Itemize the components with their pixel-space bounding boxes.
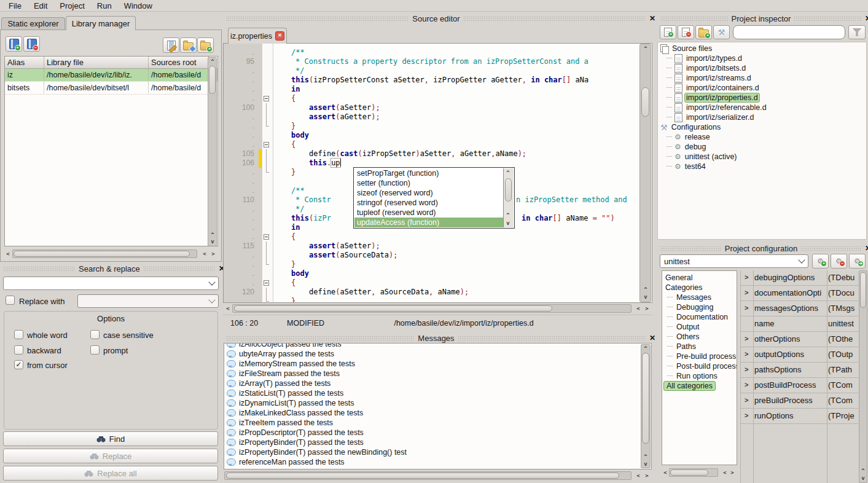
property-row-outputoptions[interactable]: >outputOptions(TOutp xyxy=(741,347,859,363)
fold-marker[interactable] xyxy=(262,278,272,288)
expand-icon[interactable]: > xyxy=(745,412,748,419)
tree-item-import-iz-types-d[interactable]: import/iz/types.d xyxy=(667,53,743,63)
column-header[interactable]: Library file xyxy=(44,57,149,68)
message-item[interactable]: izDynamicList(T) passed the tests xyxy=(227,398,354,408)
column-header[interactable]: Sources root xyxy=(149,57,209,68)
property-value[interactable]: (TDebu xyxy=(828,273,859,282)
property-value[interactable]: (TCom xyxy=(828,380,859,390)
tree-item-debug[interactable]: ⚙debug xyxy=(667,142,708,152)
add-library-folder-button[interactable]: + xyxy=(197,37,214,53)
property-row-runoptions[interactable]: >runOptions(TProje xyxy=(741,409,859,424)
tree-item-import-iz-referencable-d[interactable]: import/iz/referencable.d xyxy=(667,103,768,112)
editor-vscrollbar[interactable]: ^ ^ v xyxy=(639,44,651,302)
expand-icon[interactable]: > xyxy=(745,396,748,404)
tree-item-test64[interactable]: ⚙test64 xyxy=(667,162,707,171)
close-project-inspector-icon[interactable]: ✕ xyxy=(865,15,868,22)
completion-item[interactable]: setter (function) xyxy=(354,178,505,188)
tree-item-import-iz-streams-d[interactable]: import/iz/streams.d xyxy=(667,73,753,83)
clone-configuration-button[interactable]: ⚙➔ xyxy=(849,254,866,269)
tab-static-explorer[interactable]: Static explorer xyxy=(1,17,65,29)
property-grid-vscrollbar[interactable]: ^ v xyxy=(859,270,867,483)
option-checkbox-whole-word[interactable] xyxy=(14,330,23,339)
project-settings-button[interactable]: ⚒ xyxy=(713,25,730,39)
property-value[interactable]: (TPath xyxy=(828,365,859,374)
add-source-folder-button[interactable]: + xyxy=(695,25,712,39)
category-pre-build-process[interactable]: Pre-build process xyxy=(667,351,737,361)
library-table-header[interactable]: AliasLibrary fileSources root xyxy=(5,57,217,69)
completion-item[interactable]: updateAccess (function) xyxy=(354,218,505,227)
property-value[interactable]: (TProje xyxy=(828,411,859,420)
fold-box-icon[interactable] xyxy=(264,280,269,286)
message-item[interactable]: referenceMan passed the tests xyxy=(227,457,345,467)
tree-item-import-iz-containers-d[interactable]: import/iz/containers.d xyxy=(667,83,760,93)
property-value[interactable]: (TOutp xyxy=(828,350,859,359)
completion-scrollbar[interactable]: ^ ^ v xyxy=(503,168,514,227)
expand-icon[interactable]: > xyxy=(745,335,748,342)
category-debugging[interactable]: Debugging xyxy=(667,302,714,312)
fold-marker[interactable] xyxy=(262,140,272,149)
tree-item-import-iz-properties-d[interactable]: import/iz/properties.d xyxy=(667,93,759,103)
inspector-filter-input[interactable] xyxy=(733,25,845,39)
message-item[interactable]: izAllocObject passed the tests xyxy=(227,343,342,349)
category-general[interactable]: General xyxy=(664,273,694,283)
tree-item-release[interactable]: ⚙release xyxy=(667,132,711,142)
property-row-debugingoptions[interactable]: >debugingOptions(TDebu xyxy=(741,270,859,286)
library-table-hscrollbar[interactable]: < < > xyxy=(4,249,218,259)
fold-marker[interactable] xyxy=(262,168,272,177)
filter-button[interactable] xyxy=(848,25,866,39)
property-value[interactable]: (TDocu xyxy=(828,288,859,297)
remove-configuration-button[interactable]: ⚙− xyxy=(831,254,847,269)
property-row-prebuildprocess[interactable]: >preBuildProcess(TCom xyxy=(741,393,859,409)
expand-icon[interactable]: > xyxy=(745,350,748,358)
add-configuration-button[interactable]: ⚙+ xyxy=(812,254,829,269)
property-row-name[interactable]: nameunittest xyxy=(741,316,859,332)
category-post-build-process[interactable]: Post-build process xyxy=(667,361,737,371)
find-button[interactable]: Find xyxy=(3,431,218,446)
tab-library-manager[interactable]: Library manager xyxy=(66,16,136,30)
messages-hscrollbar[interactable]: < > xyxy=(224,471,652,481)
message-item[interactable]: izPropertyBinder(T) passed the tests xyxy=(227,438,364,447)
edit-library-button[interactable] xyxy=(163,37,179,53)
close-tab-icon[interactable]: ✕ xyxy=(275,31,284,41)
table-row[interactable]: bitsets/home/basile/dev/bitset/l/home/ba… xyxy=(5,82,217,95)
tree-item-configurations[interactable]: ⚒Configurations xyxy=(660,122,722,132)
fold-marker[interactable] xyxy=(262,103,272,112)
expand-icon[interactable]: > xyxy=(745,304,748,312)
category-messages[interactable]: Messages xyxy=(667,293,713,302)
completion-item[interactable]: stringof (reserved word) xyxy=(354,198,505,208)
editor-tab-iz-properties[interactable]: iz.properties ✕ xyxy=(228,28,287,44)
message-item[interactable]: izArray(T) passed the tests xyxy=(227,379,330,388)
fold-marker[interactable] xyxy=(262,242,272,251)
fold-box-icon[interactable] xyxy=(264,142,269,147)
menu-file[interactable]: File xyxy=(2,1,28,11)
message-item[interactable]: izPropertyBinder(T) passed the newBindin… xyxy=(227,447,407,457)
fold-marker[interactable] xyxy=(262,232,272,242)
categories-hscrollbar[interactable]: < < < > xyxy=(662,468,737,477)
property-row-otheroptions[interactable]: >otherOptions(TOthe xyxy=(741,332,859,347)
close-source-editor-icon[interactable]: ✕ xyxy=(649,15,655,22)
tree-item-import-iz-bitsets-d[interactable]: import/iz/bitsets.d xyxy=(667,63,747,73)
expand-icon[interactable]: > xyxy=(745,289,748,296)
column-header[interactable]: Alias xyxy=(5,57,44,68)
menu-window[interactable]: Window xyxy=(118,1,158,11)
property-row-postbuildprocess[interactable]: >postBuildProcess(TCom xyxy=(741,378,859,393)
property-row-messagesoptions[interactable]: >messagesOptions(TMsgs xyxy=(741,301,859,316)
menu-run[interactable]: Run xyxy=(91,1,118,11)
fold-marker[interactable] xyxy=(262,122,272,131)
tree-item-unittest-active-[interactable]: ⚙unittest (active) xyxy=(667,152,738,162)
message-item[interactable]: izMakeLinkedClass passed the tests xyxy=(227,408,363,418)
configuration-selector[interactable]: unittest xyxy=(660,254,808,268)
message-item[interactable]: izPropDescriptor(T) passed the tests xyxy=(227,428,364,438)
fold-marker[interactable] xyxy=(262,288,272,297)
category-paths[interactable]: Paths xyxy=(667,342,697,351)
remove-library-button[interactable]: − xyxy=(23,36,40,52)
menu-project[interactable]: Project xyxy=(53,1,90,11)
fold-marker[interactable] xyxy=(262,159,272,168)
fold-marker[interactable] xyxy=(262,297,272,302)
category-documentation[interactable]: Documentation xyxy=(667,312,729,322)
replace-input[interactable] xyxy=(77,294,219,308)
fold-marker[interactable] xyxy=(262,112,272,122)
remove-file-button[interactable]: − xyxy=(678,25,694,39)
message-item[interactable]: izStaticList(T) passed the tests xyxy=(227,388,343,398)
add-file-button[interactable]: + xyxy=(660,25,676,39)
